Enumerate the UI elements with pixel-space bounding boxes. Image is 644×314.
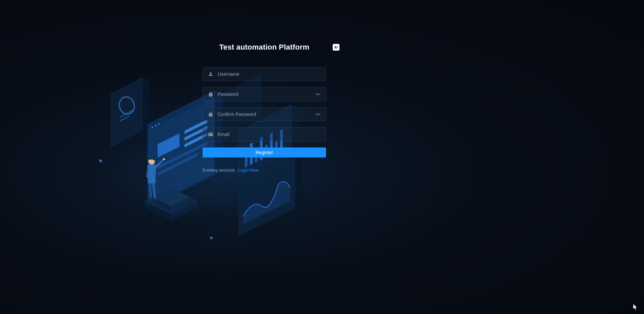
login-link[interactable]: Login Now	[238, 168, 259, 173]
eye-closed-icon[interactable]	[315, 91, 321, 97]
svg-point-13	[149, 197, 153, 199]
register-button[interactable]: Register	[203, 147, 326, 158]
user-icon	[208, 71, 214, 77]
lock-icon	[208, 91, 214, 97]
language-toggle[interactable]: A²	[333, 44, 339, 51]
svg-point-18	[99, 159, 103, 163]
svg-line-2	[94, 171, 322, 214]
email-input[interactable]	[218, 132, 321, 137]
footer-text: Existing account, Login Now	[203, 168, 326, 173]
username-group	[203, 67, 326, 81]
svg-point-7	[117, 95, 136, 116]
svg-line-3	[94, 181, 322, 225]
email-icon	[208, 131, 214, 137]
username-input[interactable]	[218, 71, 321, 77]
mouse-cursor-icon	[633, 304, 638, 311]
email-group	[203, 127, 326, 141]
existing-account-text: Existing account,	[203, 168, 237, 173]
svg-point-19	[210, 237, 212, 239]
password-input[interactable]	[218, 91, 315, 97]
svg-rect-9	[120, 115, 129, 122]
title-row: Test automation Platform A²	[203, 43, 326, 52]
lock-icon	[208, 111, 214, 117]
svg-point-16	[148, 158, 155, 165]
svg-point-20	[209, 236, 213, 240]
svg-point-11	[155, 125, 157, 127]
password-group	[203, 87, 326, 101]
svg-point-15	[163, 158, 165, 160]
svg-point-12	[158, 123, 160, 125]
svg-rect-8	[120, 110, 133, 118]
register-form: Test automation Platform A² Re	[203, 43, 326, 173]
svg-point-14	[153, 198, 157, 200]
svg-point-10	[152, 127, 153, 128]
confirm-password-group	[203, 107, 326, 121]
confirm-password-input[interactable]	[218, 112, 315, 117]
eye-closed-icon[interactable]	[315, 111, 321, 117]
svg-point-17	[100, 160, 102, 162]
page-title: Test automation Platform	[219, 43, 309, 52]
